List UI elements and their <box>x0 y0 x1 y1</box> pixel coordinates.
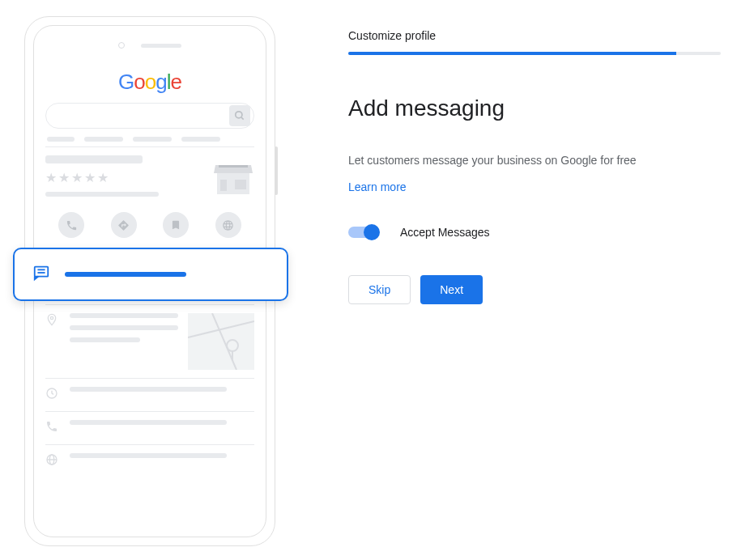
next-button[interactable]: Next <box>420 275 483 304</box>
star-rating: ★★★★★ <box>45 170 202 185</box>
save-icon <box>163 212 189 238</box>
accept-messages-toggle[interactable] <box>348 227 377 238</box>
svg-rect-6 <box>35 267 49 277</box>
learn-more-link[interactable]: Learn more <box>348 180 407 193</box>
svg-rect-3 <box>219 165 248 168</box>
step-label: Customize profile <box>348 29 721 42</box>
svg-rect-5 <box>220 180 227 191</box>
call-icon <box>58 212 84 238</box>
website-icon <box>215 212 241 238</box>
google-logo: Google <box>45 70 254 95</box>
svg-point-9 <box>50 316 53 319</box>
message-icon <box>33 264 50 285</box>
speaker-icon <box>141 44 181 48</box>
map-thumbnail <box>188 313 254 370</box>
directions-icon <box>111 212 137 238</box>
globe-icon <box>45 453 60 469</box>
svg-line-1 <box>241 117 244 120</box>
progress-bar <box>348 52 721 55</box>
svg-rect-4 <box>235 180 246 189</box>
search-icon <box>229 105 250 126</box>
message-feature-card <box>33 248 266 301</box>
description-text: Let customers message your business on G… <box>348 154 721 167</box>
svg-rect-10 <box>188 313 254 370</box>
storefront-icon <box>212 155 254 197</box>
toggle-label: Accept Messages <box>400 226 490 239</box>
location-pin-icon <box>45 313 60 329</box>
phone-icon <box>45 420 60 436</box>
page-title: Add messaging <box>348 95 721 121</box>
camera-icon <box>118 42 125 49</box>
skip-button[interactable]: Skip <box>348 275 411 304</box>
svg-point-0 <box>236 112 242 118</box>
phone-mockup: Google <box>16 8 283 554</box>
clock-icon <box>45 387 60 403</box>
search-input-placeholder <box>45 103 254 129</box>
